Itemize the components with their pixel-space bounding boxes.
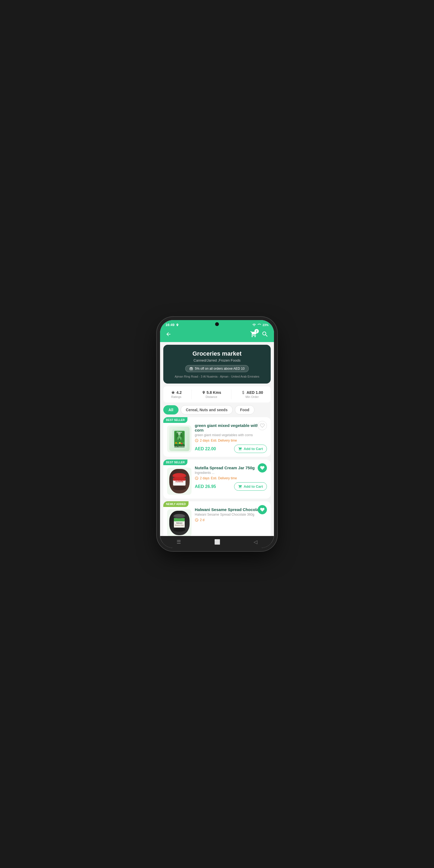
product-footer-2: AED 26.95 Add to Cart: [195, 482, 267, 491]
phone-frame: 16:49 23% 2: [160, 320, 274, 548]
heart-icon-3: [260, 507, 265, 512]
svg-rect-29: [174, 518, 185, 521]
delivery-info-2: 2 days Esti. Delivery time: [195, 476, 267, 480]
battery: 23%: [262, 323, 269, 327]
svg-point-11: [181, 443, 183, 444]
nav-menu[interactable]: ☰: [177, 539, 181, 545]
product-image-2: nutella: [167, 468, 191, 495]
store-address: Ajman Ring Road - 3 Al Nuaimia - Ajman -…: [167, 375, 267, 378]
content-area[interactable]: Groceries market Canned/Jarred ,Frozen F…: [160, 342, 274, 543]
back-button[interactable]: [165, 331, 172, 337]
delivery-info-1: 2 days Esti. Delivery time: [195, 439, 267, 442]
min-order-stat: AED 1.00 Min Order: [241, 390, 263, 399]
wifi-icon: [252, 323, 256, 327]
wishlist-btn-2[interactable]: [258, 463, 267, 472]
product-price-2: AED 26.95: [195, 484, 216, 489]
time: 16:49: [165, 323, 175, 327]
svg-point-9: [177, 443, 179, 444]
discount-badge: 5% off on all orders above AED 10: [185, 365, 248, 372]
store-banner: Groceries market Canned/Jarred ,Frozen F…: [163, 345, 271, 383]
product-badge-1: BEST SELLER: [163, 417, 187, 423]
svg-text:Giant: Giant: [178, 431, 181, 433]
svg-rect-7: [180, 437, 182, 440]
distance-stat: 5.8 Kms Distance: [202, 390, 221, 399]
product-image-1: Mixed Vegetables Green Giant: [167, 425, 191, 453]
distance-value: 5.8 Kms: [202, 390, 221, 395]
product-name-1: green giant mixed vegetable with corn: [195, 423, 267, 432]
svg-rect-6: [177, 437, 179, 440]
rating-stat: 4.2 Ratings: [171, 390, 182, 399]
svg-point-10: [179, 442, 181, 444]
app-header: 2: [160, 329, 274, 342]
product-image-3: Halwani Sesame Choc: [167, 509, 191, 536]
svg-point-8: [175, 442, 177, 444]
cart-add-icon-2: [238, 485, 242, 489]
wishlist-btn-3[interactable]: [258, 505, 267, 514]
nav-home[interactable]: ⬜: [214, 539, 220, 545]
wishlist-btn-1[interactable]: [258, 421, 267, 430]
category-all[interactable]: All: [163, 405, 179, 414]
status-right: 23%: [252, 323, 269, 327]
nav-back[interactable]: ◁: [254, 539, 257, 545]
delivery-label-2: Esti. Delivery time: [211, 476, 237, 480]
signal-icon: [257, 323, 261, 327]
divider-2: [231, 390, 231, 399]
discount-text: 5% off on all orders above AED 10: [195, 367, 244, 371]
cart-button[interactable]: 2: [250, 331, 257, 338]
svg-point-27: [173, 528, 185, 532]
status-left: 16:49: [165, 323, 179, 327]
min-order-value: AED 1.00: [241, 390, 263, 395]
search-icon: [261, 331, 269, 338]
clock-icon-3: [195, 518, 198, 522]
add-to-cart-2[interactable]: Add to Cart: [234, 482, 267, 491]
gift-icon: [189, 367, 193, 371]
product-name-2: Nutella Spread Cream Jar 750g: [195, 465, 267, 470]
product-info-3: Halwani Sesame Spread Chocolate Halwani …: [195, 505, 267, 536]
product-badge-3: NEWLY ADDED: [163, 501, 188, 507]
svg-point-19: [173, 486, 186, 490]
halwani-img: Halwani Sesame Choc: [169, 511, 190, 535]
clock-icon-2: [195, 476, 198, 480]
rating-value: 4.2: [171, 390, 182, 395]
svg-point-12: [183, 442, 184, 444]
product-price-1: AED 22.00: [195, 446, 216, 452]
star-icon: [171, 390, 175, 395]
clock-icon-1: [195, 439, 198, 442]
svg-point-24: [173, 473, 185, 477]
header-icons: 2: [250, 331, 269, 338]
product-card-1: BEST SELLER: [163, 417, 271, 457]
min-order-label: Min Order: [241, 395, 263, 399]
heart-icon-1: [260, 423, 265, 428]
green-giant-svg: Mixed Vegetables Green Giant: [172, 429, 187, 448]
cart-add-icon-1: [238, 447, 242, 451]
product-card-3: NEWLY ADDED Halwani Sesame Choc: [163, 501, 271, 540]
svg-text:Sesame Choc: Sesame Choc: [175, 524, 184, 526]
add-to-cart-1[interactable]: Add to Cart: [234, 444, 267, 453]
category-food[interactable]: Food: [235, 405, 254, 414]
store-title: Groceries market: [167, 350, 267, 357]
product-footer-1: AED 22.00 Add to Cart: [195, 444, 267, 453]
product-card-2: BEST SELLER nutella: [163, 460, 271, 499]
svg-text:nutella: nutella: [175, 480, 183, 483]
pin-icon: [202, 391, 206, 394]
store-subtitle: Canned/Jarred ,Frozen Foods: [167, 358, 267, 362]
delivery-info-3: 2 d: [195, 518, 267, 522]
money-icon: [241, 390, 246, 395]
delivery-days-1: 2 days: [200, 439, 209, 442]
product-info-2: Nutella Spread Cream Jar 750g Ingredient…: [195, 463, 267, 495]
nutella-svg: nutella: [171, 470, 187, 492]
nutella-img: nutella: [169, 469, 190, 493]
rating-label: Ratings: [171, 395, 182, 399]
delivery-days-3: 2 d: [200, 518, 205, 522]
search-button[interactable]: [261, 331, 269, 338]
distance-label: Distance: [202, 395, 221, 399]
categories-bar: All Cereal, Nuts and seeds Food: [160, 405, 274, 417]
delivery-days-2: 2 days: [200, 476, 209, 480]
svg-text:Mixed Vegetables: Mixed Vegetables: [174, 445, 185, 447]
heart-icon-2: [260, 465, 265, 470]
product-name-3: Halwani Sesame Spread Chocolate: [195, 507, 267, 512]
product-desc-1: green giant mixed vegetables with corns: [195, 433, 267, 437]
product-desc-2: Ingredients ...: [195, 471, 267, 475]
category-cereal[interactable]: Cereal, Nuts and seeds: [181, 405, 233, 414]
back-icon: [165, 331, 172, 337]
